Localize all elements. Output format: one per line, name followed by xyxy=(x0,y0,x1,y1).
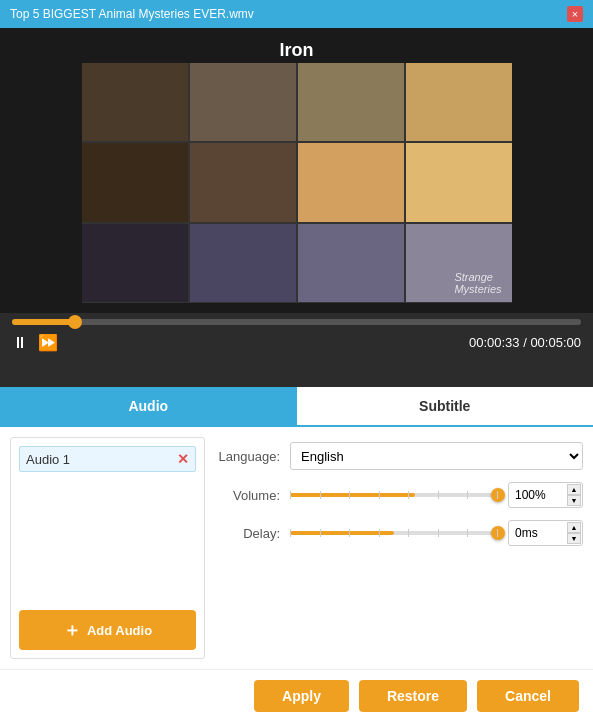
tabs-row: Audio Subtitle xyxy=(0,387,593,427)
delay-input-wrapper: ▲ ▼ xyxy=(508,520,583,546)
mosaic-cell xyxy=(298,224,404,303)
title-bar-filename: Top 5 BIGGEST Animal Mysteries EVER.wmv xyxy=(10,7,254,21)
volume-slider-track[interactable] xyxy=(290,493,498,497)
volume-fill xyxy=(290,493,415,497)
video-container: Iron StrangeMysteries xyxy=(0,28,593,313)
mosaic-cell xyxy=(190,63,296,142)
volume-row: Volume: xyxy=(215,482,583,508)
main-panel: Audio Subtitle Audio 1 ✕ ＋ Add Audio Lan… xyxy=(0,387,593,721)
mosaic-cell xyxy=(298,143,404,222)
audio-list-panel: Audio 1 ✕ ＋ Add Audio xyxy=(10,437,205,659)
tab-audio[interactable]: Audio xyxy=(0,387,297,425)
add-audio-button[interactable]: ＋ Add Audio xyxy=(19,610,196,650)
video-title: Iron xyxy=(280,40,314,61)
plus-icon: ＋ xyxy=(63,618,81,642)
controls-row: ⏸ ⏩ 00:00:33 / 00:05:00 xyxy=(12,333,581,352)
current-time: 00:00:33 xyxy=(469,335,520,350)
play-button[interactable]: ⏸ xyxy=(12,334,28,352)
settings-panel: Language: English French Spanish German … xyxy=(215,437,583,659)
volume-slider-container[interactable] xyxy=(290,485,498,505)
volume-up-button[interactable]: ▲ xyxy=(567,484,581,495)
progress-fill xyxy=(12,319,75,325)
forward-button[interactable]: ⏩ xyxy=(38,333,58,352)
controls-bar: ⏸ ⏩ 00:00:33 / 00:05:00 xyxy=(0,313,593,387)
mosaic-cell xyxy=(82,143,188,222)
video-thumbnail: StrangeMysteries xyxy=(82,63,512,303)
controls-left: ⏸ ⏩ xyxy=(12,333,58,352)
mosaic-cell xyxy=(406,143,512,222)
volume-input-wrapper: ▲ ▼ xyxy=(508,482,583,508)
delay-up-button[interactable]: ▲ xyxy=(567,522,581,533)
language-select[interactable]: English French Spanish German Japanese xyxy=(290,442,583,470)
tab-subtitle[interactable]: Subtitle xyxy=(297,387,594,425)
mosaic-cell xyxy=(298,63,404,142)
delay-slider-track[interactable] xyxy=(290,531,498,535)
volume-thumb[interactable] xyxy=(491,488,505,502)
volume-down-button[interactable]: ▼ xyxy=(567,495,581,506)
mosaic-cell xyxy=(190,224,296,303)
delay-spinner[interactable]: ▲ ▼ xyxy=(567,522,581,544)
title-bar: Top 5 BIGGEST Animal Mysteries EVER.wmv … xyxy=(0,0,593,28)
delay-row: Delay: xyxy=(215,520,583,546)
restore-button[interactable]: Restore xyxy=(359,680,467,712)
cancel-button[interactable]: Cancel xyxy=(477,680,579,712)
apply-button[interactable]: Apply xyxy=(254,680,349,712)
audio-item-label: Audio 1 xyxy=(26,452,70,467)
mosaic-cell xyxy=(82,224,188,303)
video-watermark: StrangeMysteries xyxy=(454,271,501,295)
content-area: Audio 1 ✕ ＋ Add Audio Language: English … xyxy=(0,427,593,669)
mosaic-cell xyxy=(82,63,188,142)
audio-item-remove-button[interactable]: ✕ xyxy=(177,451,189,467)
total-time: 00:05:00 xyxy=(530,335,581,350)
delay-down-button[interactable]: ▼ xyxy=(567,533,581,544)
language-row: Language: English French Spanish German … xyxy=(215,442,583,470)
volume-label: Volume: xyxy=(215,488,280,503)
close-button[interactable]: × xyxy=(567,6,583,22)
delay-slider-container[interactable] xyxy=(290,523,498,543)
delay-label: Delay: xyxy=(215,526,280,541)
delay-fill xyxy=(290,531,394,535)
add-audio-label: Add Audio xyxy=(87,623,152,638)
progress-bar[interactable] xyxy=(12,319,581,325)
delay-thumb[interactable] xyxy=(491,526,505,540)
mosaic-cell xyxy=(406,63,512,142)
volume-spinner[interactable]: ▲ ▼ xyxy=(567,484,581,506)
progress-thumb[interactable] xyxy=(68,315,82,329)
audio-item[interactable]: Audio 1 ✕ xyxy=(19,446,196,472)
bottom-buttons: Apply Restore Cancel xyxy=(0,669,593,721)
mosaic-grid xyxy=(82,63,512,303)
time-display: 00:00:33 / 00:05:00 xyxy=(469,335,581,350)
language-label: Language: xyxy=(215,449,280,464)
mosaic-cell xyxy=(190,143,296,222)
